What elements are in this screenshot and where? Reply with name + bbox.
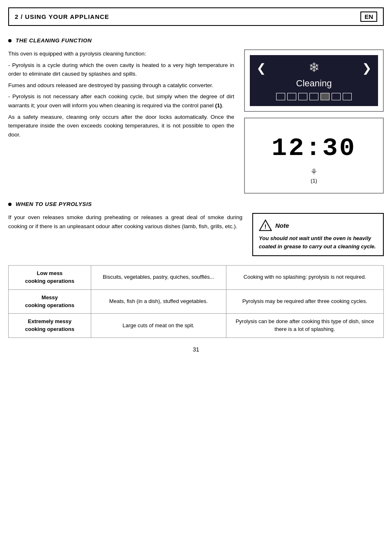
table-cell-row1-col1: Low mess cooking operations [9, 266, 91, 290]
table-cell-row3-col2: Large cuts of meat on the spit. [91, 314, 226, 338]
cleaning-display-panel: ❮ ❄ ❯ Cleaning [244, 49, 384, 112]
mess-table: Low mess cooking operations Biscuits, ve… [8, 265, 384, 338]
dot-6 [332, 93, 341, 100]
row1-col1-line1: Low mess [37, 270, 63, 276]
note-title: Note [275, 222, 289, 229]
clock-icon-area: ⚘ (1) [254, 167, 374, 184]
note-column: ! Note You should not wait until the ove… [252, 213, 384, 256]
dot-7 [343, 93, 352, 100]
table-cell-row2-col2: Meats, fish (in a dish), stuffed vegetab… [91, 289, 226, 314]
section1-heading: THE CLEANING FUNCTION [8, 37, 384, 44]
clock-display: 12:30 ⚘ (1) [250, 123, 378, 188]
clock-label: (1) [254, 178, 374, 184]
section2-body: If your oven releases smoke during prehe… [8, 213, 384, 256]
note-text: You should not wait until the oven is he… [259, 234, 377, 250]
table-row: Messy cooking operations Meats, fish (in… [9, 289, 384, 314]
page-number: 31 [8, 346, 384, 357]
page-content: THE CLEANING FUNCTION This oven is equip… [8, 26, 384, 361]
cleaning-mode-label: Cleaning [254, 78, 374, 89]
section1-p4: - Pyrolysis is not necessary after each … [8, 92, 234, 110]
mode-symbol: ❄ [309, 61, 320, 74]
dot-2 [287, 93, 296, 100]
section1-title: THE CLEANING FUNCTION [16, 37, 92, 44]
control-dial-icon: ⚘ [254, 167, 374, 177]
display-column: ❮ ❄ ❯ Cleaning [244, 49, 384, 194]
table-cell-row2-col3: Pyrolysis may be required after three co… [226, 289, 383, 314]
clock-display-panel: 12:30 ⚘ (1) [244, 118, 384, 194]
section1-p5: As a safety measure, cleaning only occur… [8, 113, 234, 139]
row3-col1-line1: Extremely messy [28, 318, 71, 324]
display-arrows: ❮ ❄ ❯ [254, 61, 374, 76]
section1-body: This oven is equipped with a pyrolysis c… [8, 49, 384, 194]
section2-text: If your oven releases smoke during prehe… [8, 213, 242, 256]
section1-text: This oven is equipped with a pyrolysis c… [8, 49, 234, 194]
table-row: Extremely messy cooking operations Large… [9, 314, 384, 338]
section1-p1: This oven is equipped with a pyrolysis c… [8, 49, 234, 58]
note-box: ! Note You should not wait until the ove… [252, 213, 384, 256]
bullet-icon-2 [8, 203, 12, 206]
table-cell-row3-col3: Pyrolysis can be done after cooking this… [226, 314, 383, 338]
right-arrow-icon[interactable]: ❯ [362, 62, 371, 74]
language-badge: EN [360, 12, 377, 22]
table-cell-row1-col2: Biscuits, vegetables, pastry, quiches, s… [91, 266, 226, 290]
table-cell-row2-col1: Messy cooking operations [9, 289, 91, 314]
left-arrow-icon[interactable]: ❮ [256, 62, 266, 74]
dot-4 [309, 93, 318, 100]
section2-heading: WHEN TO USE PYROLYSIS [8, 201, 384, 207]
section2-paragraph: If your oven releases smoke during prehe… [8, 213, 242, 231]
note-header: ! Note [259, 219, 377, 232]
table-cell-row3-col1: Extremely messy cooking operations [9, 314, 91, 338]
section1-p2: - Pyrolysis is a cycle during which the … [8, 61, 234, 79]
table-row: Low mess cooking operations Biscuits, ve… [9, 266, 384, 290]
svg-text:!: ! [265, 223, 267, 230]
mode-dots [254, 93, 374, 102]
cleaning-display-inner: ❮ ❄ ❯ Cleaning [250, 55, 378, 106]
bullet-icon [8, 39, 12, 42]
section2-title: WHEN TO USE PYROLYSIS [16, 201, 92, 207]
dot-3 [298, 93, 307, 100]
row1-col1-line2: cooking operations [25, 278, 74, 284]
table-cell-row1-col3: Cooking with no splashing: pyrolysis is … [226, 266, 383, 290]
row2-col1-line2: cooking operations [25, 302, 74, 308]
section1-p3: Fumes and odours released are destroyed … [8, 81, 234, 90]
row2-col1-line1: Messy [42, 294, 58, 301]
chapter-title: 2 / USING YOUR APPLIANCE [15, 13, 109, 20]
dot-5 [321, 93, 330, 100]
clock-time: 12:30 [254, 136, 374, 161]
warning-triangle-icon: ! [259, 219, 272, 232]
page-header: 2 / USING YOUR APPLIANCE EN [8, 7, 384, 26]
mode-center: ❄ [309, 61, 320, 76]
dot-1 [276, 93, 285, 100]
section2: WHEN TO USE PYROLYSIS If your oven relea… [8, 201, 384, 338]
row3-col1-line2: cooking operations [25, 326, 74, 332]
